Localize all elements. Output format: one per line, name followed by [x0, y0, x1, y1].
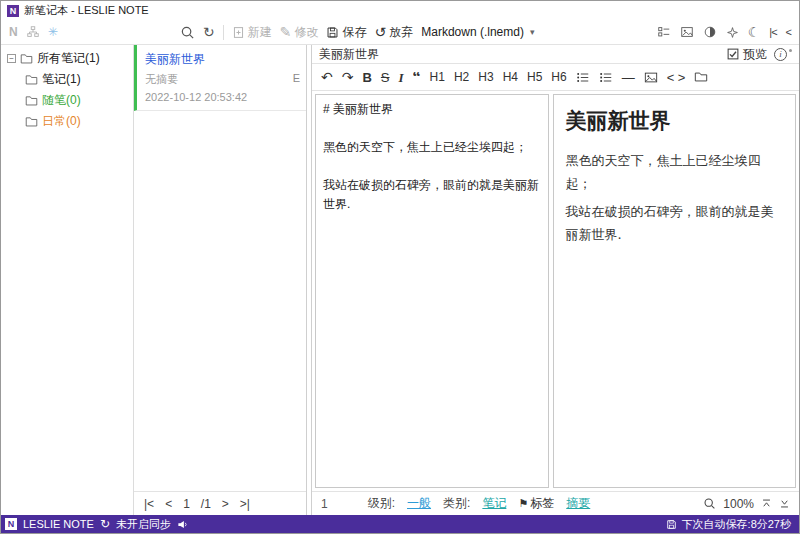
tree-item-notes[interactable]: 笔记(1): [1, 69, 133, 90]
zoom-controls: 100%: [703, 497, 790, 511]
statusbar-app-name: LESLIE NOTE: [23, 518, 94, 530]
editor-split-view: # 美丽新世界 黑色的天空下，焦土上已经尘埃四起； 我站在破损的石碑旁，眼前的就…: [315, 94, 796, 488]
attach-file-icon[interactable]: [694, 71, 708, 83]
sync-status-text: 未开启同步: [116, 517, 171, 532]
image-panel-icon[interactable]: [680, 25, 694, 39]
ordered-list-icon[interactable]: [599, 71, 613, 84]
folder-icon: [25, 95, 38, 106]
save-button[interactable]: 保存: [326, 24, 366, 41]
tree-item-daily[interactable]: 日常(0): [1, 111, 133, 132]
tags-label: 标签: [530, 495, 554, 512]
main-area: − 所有笔记(1) 笔记(1) 随笔(0) 日常(0) 美丽新世界 无摘要: [1, 45, 799, 515]
collapse-list-icon[interactable]: <: [786, 26, 791, 38]
fold-down-icon[interactable]: [779, 498, 790, 509]
format-selector-value: Markdown (.lnemd): [421, 25, 524, 39]
last-page-button[interactable]: >|: [240, 497, 250, 511]
heading3-button[interactable]: H3: [478, 71, 493, 83]
sync-icon[interactable]: ↻: [100, 518, 110, 530]
refresh-icon[interactable]: ↻: [203, 25, 215, 39]
contrast-theme-icon[interactable]: [703, 25, 717, 39]
new-note-label: 新建: [248, 24, 272, 41]
redo-icon[interactable]: ↷: [342, 70, 354, 84]
discard-label: 放弃: [389, 24, 413, 41]
insert-image-icon[interactable]: [644, 71, 658, 84]
checkbox-checked-icon: [727, 48, 739, 60]
markdown-preview-pane: 美丽新世界 黑色的天空下，焦土上已经尘埃四起； 我站在破损的石碑旁，眼前的就是美…: [553, 94, 797, 488]
preview-toggle[interactable]: 预览: [727, 46, 767, 63]
preview-heading: 美丽新世界: [566, 107, 784, 135]
tree-expander-icon[interactable]: −: [7, 54, 16, 63]
preview-paragraph: 我站在破损的石碑旁，眼前的就是美丽新世界.: [566, 200, 784, 247]
note-list-item[interactable]: 美丽新世界 无摘要 2022-10-12 20:53:42 E: [134, 45, 306, 111]
tree-item-essays[interactable]: 随笔(0): [1, 90, 133, 111]
source-line: # 美丽新世界: [323, 100, 541, 119]
heading6-button[interactable]: H6: [551, 71, 566, 83]
save-label: 保存: [342, 24, 366, 41]
night-mode-icon[interactable]: ☾: [748, 25, 761, 39]
heading2-button[interactable]: H2: [454, 71, 469, 83]
zoom-level-value[interactable]: 100%: [723, 497, 754, 511]
note-item-datetime: 2022-10-12 20:53:42: [145, 91, 298, 103]
preview-paragraph: 黑色的天空下，焦土上已经尘埃四起；: [566, 149, 784, 196]
tree-item-label: 随笔(0): [42, 92, 81, 109]
source-line: [323, 157, 541, 176]
heading4-button[interactable]: H4: [503, 71, 518, 83]
note-list-pagination: |< < 1 /1 > >|: [134, 491, 306, 515]
note-item-summary: 无摘要: [145, 72, 298, 87]
level-label: 级别:: [368, 495, 395, 512]
new-note-button[interactable]: 新建: [232, 24, 272, 41]
folder-icon: [25, 74, 38, 85]
level-value-link[interactable]: 一般: [407, 495, 431, 512]
editor-status-bar: 1 级别: 一般 类别: 笔记 ⚑ 标签 摘要 100%: [312, 491, 799, 515]
tree-item-label: 所有笔记(1): [37, 50, 100, 67]
source-line: 黑色的天空下，焦土上已经尘埃四起；: [323, 138, 541, 157]
current-page-value[interactable]: 1: [183, 497, 190, 511]
sparkle-pin-icon[interactable]: [726, 26, 739, 39]
note-item-title: 美丽新世界: [145, 51, 298, 68]
heading1-button[interactable]: H1: [430, 71, 445, 83]
markdown-source-pane[interactable]: # 美丽新世界 黑色的天空下，焦土上已经尘埃四起； 我站在破损的石碑旁，眼前的就…: [315, 94, 549, 488]
category-value-link[interactable]: 笔记: [482, 495, 506, 512]
autosave-group: 下次自动保存:8分27秒: [666, 517, 791, 532]
heading5-button[interactable]: H5: [527, 71, 542, 83]
open-note-title: 美丽新世界: [319, 46, 379, 63]
undo-icon[interactable]: ↶: [321, 70, 333, 84]
announcement-icon[interactable]: [177, 519, 188, 530]
autosave-countdown: 下次自动保存:8分27秒: [682, 517, 791, 532]
tags-button[interactable]: ⚑ 标签: [518, 495, 554, 512]
zoom-icon[interactable]: [703, 497, 716, 510]
next-page-button[interactable]: >: [222, 497, 229, 511]
format-selector[interactable]: Markdown (.lnemd) ▾: [421, 25, 534, 39]
horizontal-rule-button[interactable]: —: [622, 71, 635, 84]
summary-link[interactable]: 摘要: [566, 495, 590, 512]
discard-undo-icon: ↺: [374, 25, 386, 39]
titlebar: N 新笔记本 - LESLIE NOTE: [1, 1, 799, 20]
first-page-button[interactable]: |<: [144, 497, 154, 511]
prev-page-button[interactable]: <: [165, 497, 172, 511]
blockquote-button[interactable]: “: [413, 72, 421, 83]
strikethrough-button[interactable]: S: [381, 71, 390, 84]
notebook-tree-icon[interactable]: [26, 25, 40, 39]
bullet-list-icon[interactable]: [576, 71, 590, 84]
folder-icon: [25, 116, 38, 127]
discard-button[interactable]: ↺ 放弃: [374, 24, 413, 41]
italic-button[interactable]: I: [399, 71, 404, 84]
note-info-button[interactable]: i: [774, 48, 792, 61]
toolbar-left-group: N ✳: [9, 25, 58, 39]
tree-item-all-notes[interactable]: − 所有笔记(1): [1, 48, 133, 69]
markdown-toolbar: ↶ ↷ B S I “ H1 H2 H3 H4 H5 H6 —: [312, 64, 799, 91]
bold-button[interactable]: B: [362, 71, 371, 84]
collapse-sidebar-icon[interactable]: |<: [769, 26, 776, 38]
cursor-line-number: 1: [321, 497, 328, 511]
note-item-flag-badge: E: [293, 72, 300, 84]
modify-note-button[interactable]: ✎ 修改: [280, 24, 319, 41]
info-icon: i: [774, 48, 787, 61]
app-logo-icon: N: [7, 5, 19, 17]
notification-dot: [789, 49, 792, 52]
search-icon[interactable]: [180, 25, 195, 40]
inline-code-button[interactable]: < >: [667, 71, 686, 84]
tree-item-label: 笔记(1): [42, 71, 81, 88]
preview-toggle-label: 预览: [743, 46, 767, 63]
todo-list-icon[interactable]: [657, 25, 671, 39]
fold-up-icon[interactable]: [761, 498, 772, 509]
